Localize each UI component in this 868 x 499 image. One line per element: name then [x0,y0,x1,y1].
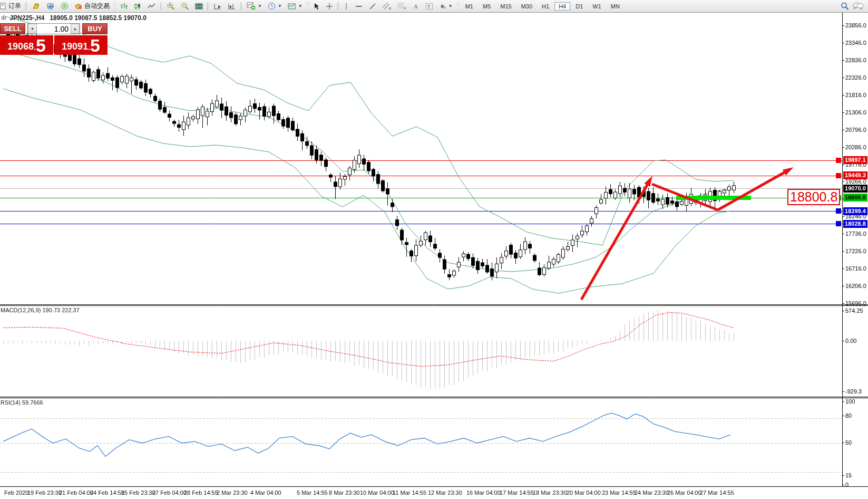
tile-windows-icon [195,3,203,10]
chart-window-icon [1,15,6,20]
label-icon: T [425,3,433,10]
price-chart[interactable] [0,0,868,499]
timeframe-mn[interactable]: MN [607,2,624,11]
volume-input[interactable] [37,24,71,34]
svg-text:T: T [427,4,431,9]
toolbar-separator [241,2,242,11]
toolbar-grip [114,2,116,11]
volume-stepper: ▼ ▲ [27,23,80,34]
crosshair-button[interactable] [323,1,336,12]
crosshair-icon [326,3,333,10]
time-axis-label: 24 Mar 23:30 [635,490,669,496]
chat-icon[interactable] [852,2,864,10]
text-button[interactable]: A [410,1,422,12]
time-axis-label: 23 Mar 14:55 [602,490,636,496]
buy-button[interactable]: BUY [82,23,108,34]
report-icon [46,3,55,10]
line-chart-button[interactable] [145,1,159,12]
indicators-button[interactable]: ▼ [244,1,265,12]
chart-ohlc-values: 18905.0 19087.5 18852.5 19070.0 [50,14,147,22]
toolbar-separator [26,2,27,11]
zoom-out-icon [181,2,189,10]
timeframe-m1[interactable]: M1 [461,2,477,11]
horizontal-line-button[interactable] [352,1,366,12]
time-axis-label: 17 Mar 14:55 [500,490,534,496]
fibonacci-button[interactable]: F [395,1,409,12]
volume-increase-button[interactable]: ▲ [71,24,80,34]
trendline-icon [369,3,376,10]
tile-windows-button[interactable] [192,1,206,12]
sell-price[interactable]: 19068 . 5 [0,35,53,55]
auto-scroll-icon [213,3,222,10]
line-chart-icon [148,3,156,10]
auto-scroll-button[interactable] [211,1,225,12]
timeframe-toolbar: M1M5M15M30H1H4D1W1MN [461,2,625,11]
indicators-icon [247,2,256,10]
buy-price[interactable]: 19091 . 5 [54,35,108,55]
gold-icon [32,3,41,10]
arrows-icon [439,3,446,10]
svg-text:A: A [414,3,418,9]
chart-title: JPN225-,H4 18905.0 19087.5 18852.5 19070… [1,14,147,22]
horizontal-line-icon [355,3,363,10]
gold-button[interactable] [29,1,43,12]
search-icon[interactable] [841,2,849,11]
arrows-button[interactable]: ▼ [436,1,455,12]
timeframe-d1[interactable]: D1 [571,2,587,11]
timeframe-m30[interactable]: M30 [517,2,537,11]
buy-price-big-digit: 5 [90,36,100,54]
cursor-icon [313,3,320,10]
chart-shift-button[interactable] [225,1,239,12]
price-badge-19070.0: 19070.0 [843,185,867,193]
svg-text:F: F [404,7,406,10]
toolbar-separator [338,2,339,11]
zoom-out-button[interactable] [178,1,192,12]
label-button[interactable]: T [423,1,436,12]
time-axis-label: 21 Feb 04:00 [59,490,93,496]
one-click-trading-panel: SELL ▼ ▲ BUY 19068 . 5 19091 . 5 [0,23,108,55]
templates-button[interactable]: ▼ [285,1,305,12]
sell-button[interactable]: SELL [0,23,25,34]
time-axis-label: 19 Feb 23:30 [27,490,62,496]
time-axis-label: 26 Mar 04:00 [667,490,701,496]
support-price-label[interactable]: 18800.8 [787,189,840,205]
new-order-label: 订单 [8,2,21,11]
candlestick-button[interactable] [131,1,144,12]
bar-chart-icon [120,3,128,10]
toolbar-grip [307,2,309,11]
chart-shift-icon [228,3,236,10]
report-button[interactable] [44,1,57,12]
time-axis-label: 5 Mar 14:55 [297,490,328,496]
cursor-button[interactable] [310,1,323,12]
time-axis-label: 27 Mar 14:55 [700,490,734,496]
bar-chart-button[interactable] [118,1,131,12]
timeframe-m15[interactable]: M15 [496,2,515,11]
timeframe-m5[interactable]: M5 [479,2,495,11]
chevron-down-icon: ▼ [448,4,453,8]
periods-button[interactable]: ▼ [265,1,285,12]
chevron-down-icon: ▼ [278,4,282,8]
channel-button[interactable]: E [379,1,394,12]
volume-decrease-button[interactable]: ▼ [28,24,37,34]
time-axis-label: 10 Mar 04:00 [360,490,394,496]
signal-button[interactable] [58,1,71,12]
autotrade-button[interactable]: 自动交易 [72,1,112,12]
timeframe-w1[interactable]: W1 [588,2,606,11]
new-order-icon [0,3,7,9]
new-order-button[interactable]: 订单 [0,1,24,12]
timeframe-h4[interactable]: H4 [554,2,570,11]
time-axis-label: Feb 2020 [4,490,28,496]
zoom-in-button[interactable] [164,1,178,12]
timeframe-h1[interactable]: H1 [538,2,553,11]
mt4-window: { "toolbar": { "order_label": "订单", "aut… [0,0,868,499]
toolbar-separator [161,2,162,11]
candlestick-icon [134,3,142,10]
time-axis-label: 27 Feb 04:00 [152,490,187,496]
svg-text:E: E [389,7,391,10]
trendline-button[interactable] [366,1,379,12]
time-axis-label: 8 Mar 23:30 [329,490,360,496]
vertical-line-button[interactable] [341,1,352,12]
templates-icon [288,3,296,10]
time-axis-label: 24 Feb 14:55 [90,490,124,496]
chart-symbol-period: JPN225-,H4 [9,14,44,22]
